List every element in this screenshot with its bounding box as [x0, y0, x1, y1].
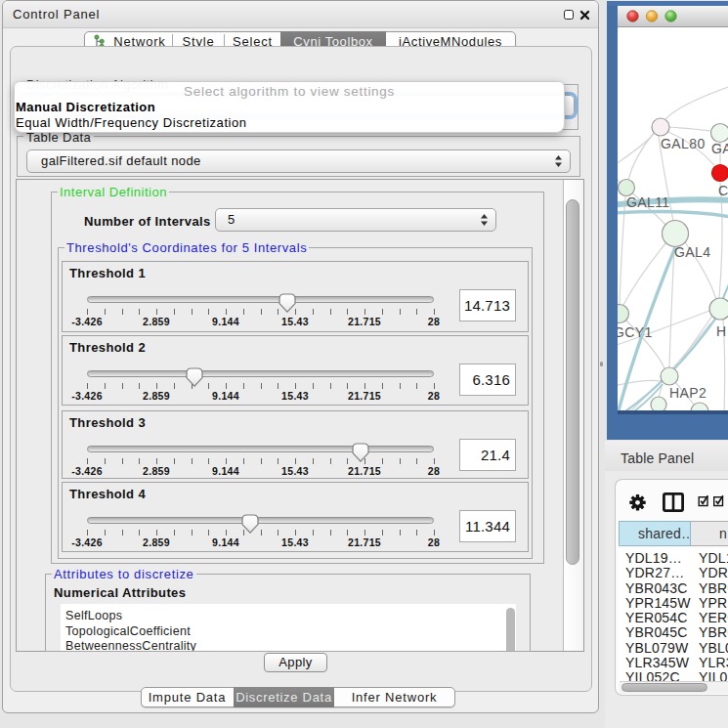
- svg-text:HAP2: HAP2: [669, 385, 707, 401]
- svg-text:GCY1: GCY1: [618, 324, 653, 340]
- svg-text:C: C: [718, 183, 728, 198]
- svg-text:GA: GA: [711, 141, 728, 156]
- svg-text:GAL80: GAL80: [661, 136, 706, 151]
- svg-text:H: H: [716, 323, 727, 339]
- svg-text:GAL11: GAL11: [626, 194, 670, 210]
- svg-text:GAL4: GAL4: [674, 244, 710, 260]
